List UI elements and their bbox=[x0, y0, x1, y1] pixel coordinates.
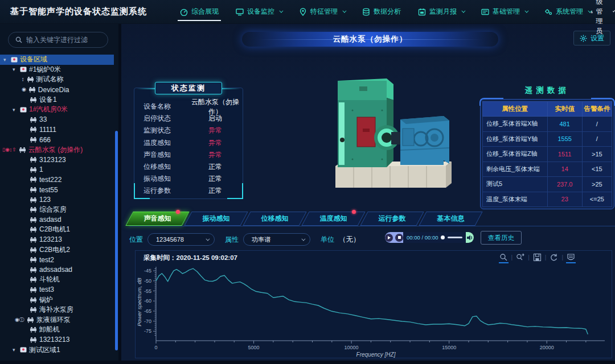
stop-button[interactable] bbox=[395, 234, 403, 242]
unit-value: （无） bbox=[339, 235, 360, 245]
user-menu[interactable]: 超级管理员 bbox=[591, 0, 614, 36]
tree-item[interactable]: 13213213 bbox=[0, 335, 114, 345]
calendar-icon bbox=[418, 8, 426, 16]
telemetry-row[interactable]: 位移_泵体首端Z轴1511>15 bbox=[483, 147, 612, 162]
attribute-select[interactable]: 功率谱 bbox=[243, 233, 310, 246]
tree-item[interactable]: test222 bbox=[0, 175, 114, 185]
pump-3d-model[interactable] bbox=[302, 65, 473, 201]
chevron-down-icon bbox=[342, 9, 346, 13]
nav-item-calendar[interactable]: 监测月报 bbox=[418, 0, 464, 23]
tree-item[interactable]: 123 bbox=[0, 195, 114, 205]
zoom-reset-icon[interactable] bbox=[516, 253, 524, 262]
sense-tabs: 声音感知振动感知位移感知温度感知运行参数基本信息 bbox=[129, 212, 481, 226]
tree-item[interactable]: asdasd bbox=[0, 215, 114, 225]
device-icon bbox=[30, 97, 37, 103]
player-volume[interactable] bbox=[466, 232, 474, 243]
tree-item[interactable]: 斗轮机 bbox=[0, 275, 114, 285]
navbar: 基于智能声学的设备状态监测系统 综合展现设备监控特征管理数据分析监测月报基础管理… bbox=[0, 0, 615, 24]
tree-item[interactable]: C2B电机2 bbox=[0, 245, 114, 255]
tab-运行参数[interactable]: 运行参数 bbox=[364, 212, 420, 226]
telemetry-value: 23 bbox=[547, 192, 582, 207]
tree-item[interactable]: ▾测试区域1 bbox=[0, 345, 114, 355]
tree-item[interactable]: ↨测试名称 bbox=[0, 75, 114, 85]
tree-item[interactable]: ▾#1锅炉0米 bbox=[0, 65, 114, 75]
refresh-icon[interactable] bbox=[550, 253, 558, 262]
tree-item[interactable]: test2 bbox=[0, 255, 114, 265]
svg-text:10000: 10000 bbox=[345, 345, 359, 350]
telemetry-row[interactable]: 位移_泵体首端X轴481/ bbox=[483, 117, 612, 132]
status-label: 位移感知 bbox=[144, 162, 188, 172]
tab-温度感知[interactable]: 温度感知 bbox=[305, 212, 362, 226]
tab-位移感知[interactable]: 位移感知 bbox=[247, 212, 303, 226]
telemetry-row[interactable]: 剩余电压_泵体末端14<15 bbox=[483, 162, 612, 177]
position-select[interactable]: 12345678 bbox=[147, 233, 215, 246]
tree-item[interactable]: ▾1#汽机房0米 bbox=[0, 105, 114, 115]
tree-item[interactable]: 1 bbox=[0, 165, 114, 175]
tree-item[interactable]: ◉DeviceDia bbox=[0, 85, 114, 95]
tree-item[interactable]: test3 bbox=[0, 285, 114, 295]
data-view-icon[interactable] bbox=[567, 253, 575, 262]
spectrum-chart[interactable]: -45-50-55-60-65-70-750500010000150002000… bbox=[136, 263, 612, 358]
card-icon bbox=[481, 8, 489, 16]
player-slider-knob[interactable] bbox=[441, 235, 445, 239]
tree-item[interactable]: ▾设备区域 bbox=[0, 55, 114, 65]
expand-arrow-icon[interactable]: ▾ bbox=[13, 67, 18, 72]
view-history-button[interactable]: 查看历史 bbox=[481, 231, 522, 245]
tab-振动感知[interactable]: 振动感知 bbox=[188, 212, 244, 226]
telemetry-row[interactable]: 温度_泵体末端23<=25 bbox=[483, 192, 612, 207]
zoom-select-icon[interactable] bbox=[499, 253, 508, 262]
tree-item[interactable]: ◉ⓘ浆液循环泵 bbox=[0, 315, 114, 325]
play-button[interactable] bbox=[385, 234, 393, 242]
tree-item[interactable]: 123213 bbox=[0, 235, 114, 245]
tree-item[interactable]: test55 bbox=[0, 185, 114, 195]
svg-text:-45: -45 bbox=[144, 268, 151, 274]
telemetry-name: 测试5 bbox=[483, 177, 548, 192]
device-icon bbox=[30, 237, 37, 243]
tree-item-label: C2B电机2 bbox=[39, 245, 70, 255]
nav-item-monitor[interactable]: 设备监控 bbox=[236, 0, 282, 23]
nav-item-gears[interactable]: 系统管理 bbox=[544, 0, 591, 23]
tree-item[interactable]: C2B电机1 bbox=[0, 225, 114, 235]
tree-item-label: 3123123 bbox=[39, 156, 66, 164]
chevron-down-icon bbox=[279, 9, 283, 13]
tree-item-label: 锅炉 bbox=[39, 295, 53, 305]
tree-item[interactable]: 11111 bbox=[0, 125, 114, 135]
tree-item[interactable]: 综合泵房 bbox=[0, 205, 114, 215]
alarm-dot-badge bbox=[352, 210, 356, 214]
nav-item-database[interactable]: 数据分析 bbox=[362, 0, 401, 23]
device-icon bbox=[27, 76, 34, 82]
tree-item[interactable]: 33 bbox=[0, 115, 114, 125]
nav-item-card[interactable]: 基础管理 bbox=[481, 0, 527, 23]
telemetry-row[interactable]: 位移_泵体首端Y轴1555/ bbox=[483, 131, 612, 147]
nav-item-pin[interactable]: 特征管理 bbox=[299, 0, 345, 23]
status-panel: 状态监测 设备名称云酷水泵（勿操作）启停状态启动监测状态异常温度感知异常声音感知… bbox=[134, 88, 243, 199]
save-image-icon[interactable] bbox=[533, 253, 542, 262]
attribute-label: 属性 bbox=[225, 235, 239, 245]
monitor-icon bbox=[236, 8, 244, 16]
expand-arrow-icon[interactable]: ▾ bbox=[13, 347, 18, 353]
tree-filter-input[interactable] bbox=[26, 36, 100, 44]
player-slider-track[interactable] bbox=[448, 237, 462, 238]
tree-item[interactable]: 设备1 bbox=[0, 94, 114, 105]
tree-item-label: test3 bbox=[39, 286, 54, 293]
telemetry-title: 遥测数据 bbox=[480, 85, 614, 96]
tree-item[interactable]: 锅炉 bbox=[0, 295, 114, 305]
tab-声音感知[interactable]: 声音感知 bbox=[129, 212, 186, 226]
tree-item[interactable]: adssadsad bbox=[0, 264, 114, 275]
sidebar-scrollbar[interactable] bbox=[115, 131, 118, 350]
tree-item[interactable]: 3123123 bbox=[0, 155, 114, 165]
tree-item[interactable]: 666 bbox=[0, 135, 114, 145]
nav-item-label: 监测月报 bbox=[429, 7, 457, 16]
expand-arrow-icon[interactable]: ▾ bbox=[3, 57, 9, 63]
tree-item[interactable]: 海补水泵房 bbox=[0, 305, 114, 315]
tree-item[interactable]: 卸船机 bbox=[0, 325, 114, 335]
position-label: 位置 bbox=[129, 235, 143, 245]
expand-arrow-icon[interactable]: ▾ bbox=[13, 107, 18, 113]
nav-item-dashboard[interactable]: 综合展现 bbox=[180, 0, 219, 23]
telemetry-row[interactable]: 测试5237.0>25 bbox=[483, 177, 612, 192]
tree-item-label: test222 bbox=[39, 176, 62, 184]
tab-基本信息[interactable]: 基本信息 bbox=[423, 212, 479, 226]
status-panel-header: 状态监测 bbox=[155, 82, 222, 94]
tree-item[interactable]: ▯◉↨⇧云酷水泵 (勿操作) bbox=[0, 144, 114, 155]
collect-time-value: 2020-11-25 09:02:07 bbox=[177, 254, 237, 261]
